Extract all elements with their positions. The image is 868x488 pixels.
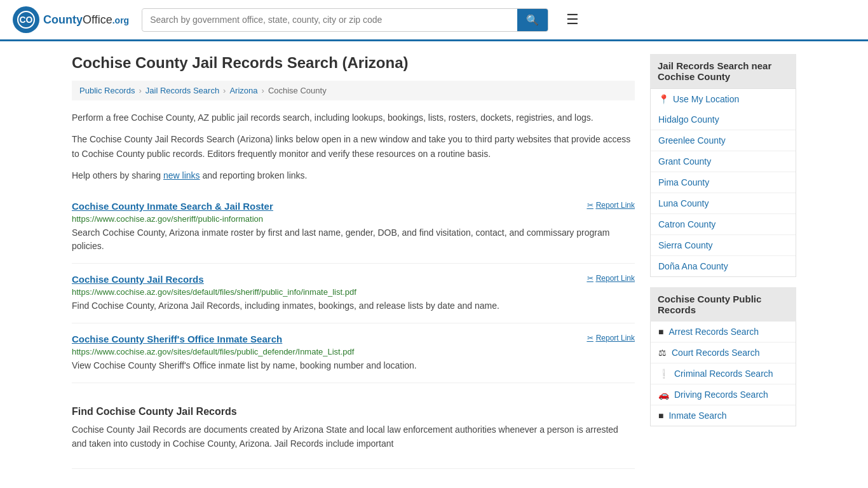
header: CO CountyOffice.org 🔍 ☰ <box>0 0 868 41</box>
report-link-2[interactable]: ✂ Report Link <box>587 274 635 283</box>
public-records-list: ■ Arrest Records Search ⚖ Court Records … <box>650 322 796 426</box>
result-title-row-3: Cochise County Sheriff's Office Inmate S… <box>72 334 635 344</box>
sidebar-public-records-section: Cochise County Public Records ■ Arrest R… <box>650 287 796 426</box>
result-desc-2: Find Cochise County, Arizona Jail Record… <box>72 299 635 313</box>
intro-para3: Help others by sharing new links and rep… <box>72 168 635 182</box>
nearby-county-list: Hidalgo County Greenlee County Grant Cou… <box>650 109 796 277</box>
report-icon-1: ✂ <box>587 201 593 210</box>
page-title: Cochise County Jail Records Search (Ariz… <box>72 54 635 72</box>
report-icon-3: ✂ <box>587 334 593 342</box>
driving-records-icon: 🚗 <box>658 390 669 400</box>
result-url-3: https://www.cochise.az.gov/sites/default… <box>72 347 635 356</box>
list-item: Grant County <box>651 151 796 172</box>
result-title-row-1: Cochise County Inmate Search & Jail Rost… <box>72 201 635 212</box>
content-area: Cochise County Jail Records Search (Ariz… <box>72 54 635 469</box>
list-item: Catron County <box>651 214 796 235</box>
breadcrumb-jail-records[interactable]: Jail Records Search <box>146 86 219 95</box>
use-location-label: Use My Location <box>673 94 739 104</box>
arrest-records-icon: ■ <box>658 327 663 337</box>
report-link-1[interactable]: ✂ Report Link <box>587 201 635 210</box>
sidebar-link-court-records[interactable]: Court Records Search <box>672 348 760 358</box>
new-links-link[interactable]: new links <box>163 170 200 180</box>
list-item: 🚗 Driving Records Search <box>651 384 796 405</box>
result-item-3: Cochise County Sheriff's Office Inmate S… <box>72 323 635 383</box>
use-location-button[interactable]: 📍 Use My Location <box>650 88 796 109</box>
court-records-icon: ⚖ <box>658 348 667 358</box>
intro-para2: The Cochise County Jail Records Search (… <box>72 132 635 161</box>
find-section: Find Cochise County Jail Records Cochise… <box>72 383 635 470</box>
list-item: Sierra County <box>651 235 796 256</box>
report-icon-2: ✂ <box>587 274 593 283</box>
result-item-2: Cochise County Jail Records ✂ Report Lin… <box>72 264 635 323</box>
find-heading: Find Cochise County Jail Records <box>72 406 635 417</box>
search-button[interactable]: 🔍 <box>517 9 548 31</box>
result-link-3[interactable]: Cochise County Sheriff's Office Inmate S… <box>72 334 282 344</box>
list-item: Doña Ana County <box>651 256 796 276</box>
location-pin-icon: 📍 <box>658 94 669 104</box>
breadcrumb-arizona[interactable]: Arizona <box>229 86 257 95</box>
main-container: Cochise County Jail Records Search (Ariz… <box>59 41 809 482</box>
sidebar: Jail Records Search near Cochise County … <box>650 54 796 469</box>
criminal-records-icon: ❕ <box>658 369 669 379</box>
sidebar-link-criminal-records[interactable]: Criminal Records Search <box>674 369 773 379</box>
list-item: ■ Arrest Records Search <box>651 322 796 342</box>
breadcrumb: Public Records › Jail Records Search › A… <box>72 81 635 100</box>
logo-text: CountyOffice.org <box>43 13 129 27</box>
sidebar-link-arrest-records[interactable]: Arrest Records Search <box>668 327 759 337</box>
logo-link[interactable]: CO CountyOffice.org <box>13 6 129 33</box>
sidebar-link-luna[interactable]: Luna County <box>658 198 709 208</box>
result-url-1: https://www.cochise.az.gov/sheriff/publi… <box>72 214 635 224</box>
logo-icon: CO <box>13 6 39 33</box>
list-item: Hidalgo County <box>651 109 796 130</box>
menu-button[interactable]: ☰ <box>561 10 584 29</box>
sidebar-link-dona-ana[interactable]: Doña Ana County <box>658 261 728 271</box>
sidebar-link-sierra[interactable]: Sierra County <box>658 240 713 250</box>
sidebar-link-hidalgo[interactable]: Hidalgo County <box>658 114 719 125</box>
result-link-2[interactable]: Cochise County Jail Records <box>72 274 204 285</box>
result-desc-1: Search Cochise County, Arizona inmate ro… <box>72 226 635 253</box>
result-link-1[interactable]: Cochise County Inmate Search & Jail Rost… <box>72 201 273 212</box>
result-item-1: Cochise County Inmate Search & Jail Rost… <box>72 191 635 264</box>
sidebar-nearby-section: Jail Records Search near Cochise County … <box>650 54 796 277</box>
list-item: ⚖ Court Records Search <box>651 342 796 363</box>
search-input[interactable] <box>142 10 517 30</box>
result-url-2: https://www.cochise.az.gov/sites/default… <box>72 287 635 297</box>
inmate-search-icon: ■ <box>658 410 663 421</box>
sidebar-public-records-header: Cochise County Public Records <box>650 287 796 322</box>
sidebar-link-inmate-search[interactable]: Inmate Search <box>668 410 726 421</box>
search-bar: 🔍 <box>142 8 548 32</box>
sidebar-link-driving-records[interactable]: Driving Records Search <box>674 390 768 400</box>
breadcrumb-current: Cochise County <box>268 86 327 95</box>
sidebar-link-greenlee[interactable]: Greenlee County <box>658 135 726 146</box>
sidebar-link-pima[interactable]: Pima County <box>658 177 709 187</box>
svg-text:CO: CO <box>20 15 33 25</box>
intro-para1: Perform a free Cochise County, AZ public… <box>72 111 635 125</box>
sidebar-nearby-header: Jail Records Search near Cochise County <box>650 54 796 88</box>
find-description: Cochise County Jail Records are document… <box>72 423 635 451</box>
list-item: Luna County <box>651 193 796 214</box>
report-link-3[interactable]: ✂ Report Link <box>587 334 635 342</box>
list-item: ❕ Criminal Records Search <box>651 363 796 384</box>
result-desc-3: View Cochise County Sheriff's Office inm… <box>72 359 635 372</box>
list-item: Pima County <box>651 172 796 193</box>
sidebar-link-catron[interactable]: Catron County <box>658 219 715 229</box>
sidebar-link-grant[interactable]: Grant County <box>658 156 711 166</box>
breadcrumb-public-records[interactable]: Public Records <box>79 86 135 95</box>
list-item: Greenlee County <box>651 130 796 151</box>
result-title-row-2: Cochise County Jail Records ✂ Report Lin… <box>72 274 635 285</box>
list-item: ■ Inmate Search <box>651 405 796 426</box>
